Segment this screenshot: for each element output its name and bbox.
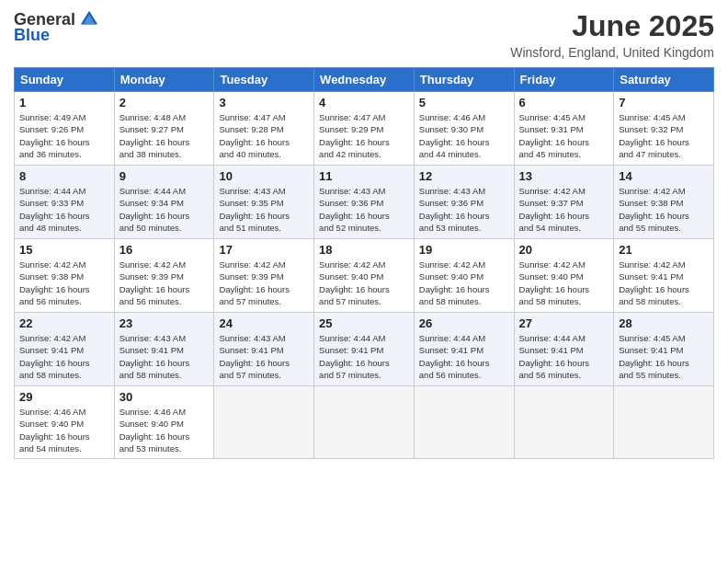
table-row: 27Sunrise: 4:44 AM Sunset: 9:41 PM Dayli… (514, 313, 614, 386)
table-row: 1Sunrise: 4:49 AM Sunset: 9:26 PM Daylig… (15, 92, 115, 166)
day-info: Sunrise: 4:44 AM Sunset: 9:41 PM Dayligh… (419, 332, 509, 381)
col-monday: Monday (114, 68, 214, 92)
table-row: 15Sunrise: 4:42 AM Sunset: 9:38 PM Dayli… (15, 239, 115, 313)
day-info: Sunrise: 4:46 AM Sunset: 9:40 PM Dayligh… (119, 406, 210, 454)
day-info: Sunrise: 4:46 AM Sunset: 9:40 PM Dayligh… (19, 406, 109, 454)
day-number: 27 (519, 316, 609, 330)
day-info: Sunrise: 4:42 AM Sunset: 9:38 PM Dayligh… (19, 259, 109, 307)
table-row: 2Sunrise: 4:48 AM Sunset: 9:27 PM Daylig… (114, 92, 214, 166)
table-row: 28Sunrise: 4:45 AM Sunset: 9:41 PM Dayli… (614, 313, 714, 386)
day-info: Sunrise: 4:43 AM Sunset: 9:36 PM Dayligh… (319, 185, 409, 234)
table-row: 10Sunrise: 4:43 AM Sunset: 9:35 PM Dayli… (214, 166, 314, 239)
day-number: 8 (19, 169, 109, 183)
table-row (614, 386, 714, 459)
table-row: 30Sunrise: 4:46 AM Sunset: 9:40 PM Dayli… (114, 386, 214, 459)
day-number: 25 (319, 316, 409, 330)
table-row (514, 386, 614, 459)
calendar-week-row: 15Sunrise: 4:42 AM Sunset: 9:38 PM Dayli… (15, 239, 714, 313)
day-number: 12 (419, 169, 509, 183)
table-row: 22Sunrise: 4:42 AM Sunset: 9:41 PM Dayli… (15, 313, 115, 386)
day-number: 23 (119, 316, 210, 330)
col-tuesday: Tuesday (214, 68, 314, 92)
day-number: 30 (119, 390, 210, 404)
day-info: Sunrise: 4:42 AM Sunset: 9:40 PM Dayligh… (319, 259, 409, 307)
table-row: 29Sunrise: 4:46 AM Sunset: 9:40 PM Dayli… (15, 386, 115, 459)
day-number: 9 (119, 169, 210, 183)
day-info: Sunrise: 4:42 AM Sunset: 9:41 PM Dayligh… (619, 259, 709, 307)
title-block: June 2025 Winsford, England, United King… (510, 9, 714, 60)
calendar-week-row: 1Sunrise: 4:49 AM Sunset: 9:26 PM Daylig… (15, 92, 714, 166)
day-info: Sunrise: 4:43 AM Sunset: 9:36 PM Dayligh… (419, 185, 509, 234)
day-number: 3 (219, 96, 309, 109)
day-number: 17 (219, 243, 309, 257)
logo: General Blue (14, 9, 99, 45)
day-number: 7 (619, 96, 709, 109)
day-number: 1 (19, 96, 109, 109)
day-info: Sunrise: 4:44 AM Sunset: 9:33 PM Dayligh… (19, 185, 109, 234)
day-number: 6 (519, 96, 609, 109)
header: General Blue June 2025 Winsford, England… (14, 9, 714, 60)
table-row: 24Sunrise: 4:43 AM Sunset: 9:41 PM Dayli… (214, 313, 314, 386)
calendar-week-row: 22Sunrise: 4:42 AM Sunset: 9:41 PM Dayli… (15, 313, 714, 386)
day-info: Sunrise: 4:45 AM Sunset: 9:31 PM Dayligh… (519, 111, 609, 160)
day-number: 22 (19, 316, 109, 330)
day-info: Sunrise: 4:44 AM Sunset: 9:41 PM Dayligh… (519, 332, 609, 381)
table-row: 9Sunrise: 4:44 AM Sunset: 9:34 PM Daylig… (114, 166, 214, 239)
table-row (314, 386, 415, 459)
day-info: Sunrise: 4:42 AM Sunset: 9:38 PM Dayligh… (619, 185, 709, 234)
day-info: Sunrise: 4:44 AM Sunset: 9:41 PM Dayligh… (319, 332, 409, 381)
table-row: 6Sunrise: 4:45 AM Sunset: 9:31 PM Daylig… (514, 92, 614, 166)
day-info: Sunrise: 4:43 AM Sunset: 9:41 PM Dayligh… (119, 332, 210, 381)
table-row: 14Sunrise: 4:42 AM Sunset: 9:38 PM Dayli… (614, 166, 714, 239)
table-row: 4Sunrise: 4:47 AM Sunset: 9:29 PM Daylig… (314, 92, 415, 166)
table-row (214, 386, 314, 459)
day-info: Sunrise: 4:42 AM Sunset: 9:40 PM Dayligh… (519, 259, 609, 307)
table-row: 7Sunrise: 4:45 AM Sunset: 9:32 PM Daylig… (614, 92, 714, 166)
table-row: 3Sunrise: 4:47 AM Sunset: 9:28 PM Daylig… (214, 92, 314, 166)
calendar: Sunday Monday Tuesday Wednesday Thursday… (14, 67, 714, 459)
day-info: Sunrise: 4:43 AM Sunset: 9:35 PM Dayligh… (219, 185, 309, 234)
day-info: Sunrise: 4:42 AM Sunset: 9:39 PM Dayligh… (119, 259, 210, 307)
day-number: 29 (19, 390, 109, 404)
day-number: 5 (419, 96, 509, 109)
day-number: 14 (619, 169, 709, 183)
calendar-week-row: 8Sunrise: 4:44 AM Sunset: 9:33 PM Daylig… (15, 166, 714, 239)
day-info: Sunrise: 4:45 AM Sunset: 9:32 PM Dayligh… (619, 111, 709, 160)
day-number: 10 (219, 169, 309, 183)
day-number: 18 (319, 243, 409, 257)
table-row: 26Sunrise: 4:44 AM Sunset: 9:41 PM Dayli… (414, 313, 514, 386)
table-row: 16Sunrise: 4:42 AM Sunset: 9:39 PM Dayli… (114, 239, 214, 313)
location: Winsford, England, United Kingdom (510, 45, 714, 60)
day-number: 24 (219, 316, 309, 330)
day-number: 20 (519, 243, 609, 257)
day-number: 4 (319, 96, 409, 109)
month-title: June 2025 (510, 9, 714, 43)
day-info: Sunrise: 4:42 AM Sunset: 9:37 PM Dayligh… (519, 185, 609, 234)
table-row: 17Sunrise: 4:42 AM Sunset: 9:39 PM Dayli… (214, 239, 314, 313)
page: General Blue June 2025 Winsford, England… (0, 0, 728, 563)
day-number: 11 (319, 169, 409, 183)
col-wednesday: Wednesday (314, 68, 415, 92)
day-info: Sunrise: 4:47 AM Sunset: 9:28 PM Dayligh… (219, 111, 309, 160)
table-row: 19Sunrise: 4:42 AM Sunset: 9:40 PM Dayli… (414, 239, 514, 313)
day-info: Sunrise: 4:46 AM Sunset: 9:30 PM Dayligh… (419, 111, 509, 160)
day-number: 28 (619, 316, 709, 330)
table-row: 11Sunrise: 4:43 AM Sunset: 9:36 PM Dayli… (314, 166, 415, 239)
table-row: 8Sunrise: 4:44 AM Sunset: 9:33 PM Daylig… (15, 166, 115, 239)
day-number: 13 (519, 169, 609, 183)
day-info: Sunrise: 4:43 AM Sunset: 9:41 PM Dayligh… (219, 332, 309, 381)
day-info: Sunrise: 4:47 AM Sunset: 9:29 PM Dayligh… (319, 111, 409, 160)
col-sunday: Sunday (15, 68, 115, 92)
table-row: 5Sunrise: 4:46 AM Sunset: 9:30 PM Daylig… (414, 92, 514, 166)
day-number: 26 (419, 316, 509, 330)
day-info: Sunrise: 4:42 AM Sunset: 9:40 PM Dayligh… (419, 259, 509, 307)
table-row: 25Sunrise: 4:44 AM Sunset: 9:41 PM Dayli… (314, 313, 415, 386)
day-number: 2 (119, 96, 210, 109)
calendar-week-row: 29Sunrise: 4:46 AM Sunset: 9:40 PM Dayli… (15, 386, 714, 459)
day-info: Sunrise: 4:42 AM Sunset: 9:41 PM Dayligh… (19, 332, 109, 381)
table-row: 18Sunrise: 4:42 AM Sunset: 9:40 PM Dayli… (314, 239, 415, 313)
logo-blue: Blue (14, 26, 50, 45)
logo-icon (79, 9, 99, 29)
table-row: 21Sunrise: 4:42 AM Sunset: 9:41 PM Dayli… (614, 239, 714, 313)
col-friday: Friday (514, 68, 614, 92)
